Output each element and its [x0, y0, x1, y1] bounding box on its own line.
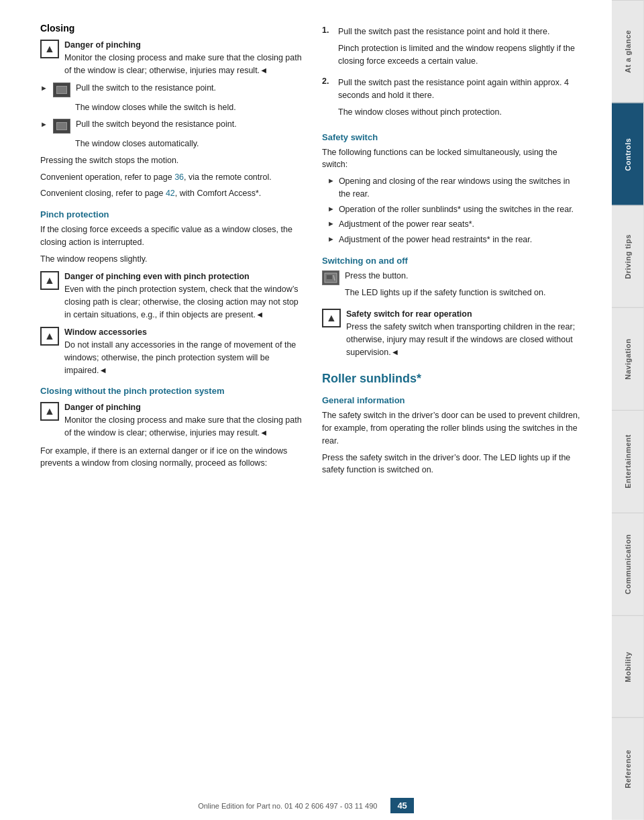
- warning-box-2: ▲ Danger of pinching even with pinch pro…: [40, 270, 302, 321]
- bullet-text-4: Adjustment of the power head restraints*…: [339, 234, 532, 246]
- bullet-text-1: Opening and closing of the rear windows …: [339, 175, 584, 201]
- general-para1: The safety switch in the driver’s door c…: [322, 409, 584, 447]
- switching-text: Press the button. The LED lights up if t…: [345, 270, 545, 303]
- sidebar: At a glance Controls Driving tips Naviga…: [612, 0, 644, 820]
- num-text-1: Pull the switch past the resistance poin…: [338, 25, 584, 71]
- bullet-arrow-3: ►: [327, 219, 335, 227]
- warning-text-5: Safety switch for rear operation Press t…: [346, 308, 584, 358]
- switch-icon-2: [53, 119, 70, 134]
- page-number: 45: [390, 798, 413, 813]
- warning-text-4: Danger of pinching Monitor the closing p…: [64, 401, 302, 439]
- num-2: 2.: [322, 76, 333, 86]
- pinch-title: Pinch protection: [40, 209, 302, 219]
- action-item-1: ► Pull the switch to the resistance poin…: [40, 82, 302, 97]
- danger-icon-4: ▲: [40, 402, 59, 421]
- safety-para: The following functions can be locked si…: [322, 146, 584, 172]
- warning-text-1: Danger of pinching Monitor the closing p…: [64, 39, 302, 76]
- sidebar-tab-mobility[interactable]: Mobility: [612, 615, 644, 718]
- danger-icon-3: ▲: [40, 327, 59, 346]
- num-text-2: Pull the switch past the resistance poin…: [338, 76, 584, 122]
- para2: Convenient operation, refer to page 36, …: [40, 171, 302, 184]
- danger-icon-5: ▲: [322, 309, 341, 327]
- danger-icon-2: ▲: [40, 271, 59, 290]
- numbered-item-2: 2. Pull the switch past the resistance p…: [322, 76, 584, 122]
- bullet-3: ► Adjustment of the power rear seats*.: [327, 218, 584, 231]
- arrow-icon-1: ►: [40, 84, 48, 92]
- numbered-item-1: 1. Pull the switch past the resistance p…: [322, 25, 584, 71]
- page-footer: Online Edition for Part no. 01 40 2 606 …: [0, 798, 612, 813]
- arrow-icon-2: ►: [40, 120, 48, 128]
- sidebar-tab-entertainment[interactable]: Entertainment: [612, 410, 644, 513]
- action1-sub: The window closes while the switch is he…: [75, 101, 302, 114]
- bullet-arrow-2: ►: [327, 205, 335, 213]
- para3: Convenient closing, refer to page 42, wi…: [40, 187, 302, 200]
- general-para2: Press the safety switch in the driver’s …: [322, 452, 584, 477]
- sidebar-tab-driving-tips[interactable]: Driving tips: [612, 205, 644, 308]
- bullet-1: ► Opening and closing of the rear window…: [327, 175, 584, 201]
- switching-title: Switching on and off: [322, 256, 584, 266]
- bullet-text-3: Adjustment of the power rear seats*.: [339, 218, 474, 231]
- roller-title: Roller sunblinds*: [322, 372, 584, 386]
- closing-para: For example, if there is an external dan…: [40, 445, 302, 470]
- footer-text: Online Edition for Part no. 01 40 2 606 …: [198, 802, 377, 810]
- para1: Pressing the switch stops the motion.: [40, 154, 302, 167]
- main-content: Closing ▲ Danger of pinching Monitor the…: [0, 0, 612, 820]
- num-1: 1.: [322, 25, 333, 35]
- action-item-2: ► Pull the switch beyond the resistance …: [40, 118, 302, 134]
- link-36[interactable]: 36: [174, 172, 184, 182]
- main-title: Closing: [40, 23, 302, 34]
- sidebar-tab-navigation[interactable]: Navigation: [612, 307, 644, 410]
- action-text-2: Pull the switch beyond the resistance po…: [76, 118, 237, 131]
- closing-no-pinch-title: Closing without the pinch protection sys…: [40, 386, 302, 396]
- danger-icon-1: ▲: [40, 40, 59, 58]
- bullet-2: ► Operation of the roller sunblinds* usi…: [327, 203, 584, 216]
- link-42[interactable]: 42: [166, 189, 175, 198]
- sidebar-tab-communication[interactable]: Communication: [612, 513, 644, 615]
- bullet-4: ► Adjustment of the power head restraint…: [327, 234, 584, 246]
- warning-box-1: ▲ Danger of pinching Monitor the closing…: [40, 39, 302, 76]
- page-container: Closing ▲ Danger of pinching Monitor the…: [0, 0, 644, 820]
- pinch-para2: The window reopens slightly.: [40, 253, 302, 266]
- general-info-title: General information: [322, 395, 584, 405]
- action2-sub: The window closes automatically.: [75, 138, 302, 150]
- left-column: Closing ▲ Danger of pinching Monitor the…: [40, 20, 302, 793]
- right-column: 1. Pull the switch past the resistance p…: [322, 20, 584, 793]
- bullet-text-2: Operation of the roller sunblinds* using…: [339, 203, 574, 216]
- warning-box-5: ▲ Safety switch for rear operation Press…: [322, 308, 584, 358]
- action-text-1: Pull the switch to the resistance point.: [76, 82, 216, 95]
- bullet-arrow-1: ►: [327, 176, 335, 185]
- warning-text-2: Danger of pinching even with pinch prote…: [64, 270, 302, 321]
- warning-box-4: ▲ Danger of pinching Monitor the closing…: [40, 401, 302, 439]
- sidebar-tab-reference[interactable]: Reference: [612, 717, 644, 820]
- svg-rect-1: [327, 275, 332, 279]
- switch-icon-1: [53, 83, 70, 97]
- pinch-para1: If the closing force exceeds a specific …: [40, 223, 302, 249]
- sidebar-tab-at-a-glance[interactable]: At a glance: [612, 0, 644, 103]
- warning-box-3: ▲ Window accessories Do not install any …: [40, 326, 302, 376]
- switching-action-item: Press the button. The LED lights up if t…: [322, 270, 584, 303]
- bullet-arrow-4: ►: [327, 235, 335, 243]
- safety-switch-icon: [322, 270, 339, 285]
- warning-text-3: Window accessories Do not install any ac…: [64, 326, 302, 376]
- safety-title: Safety switch: [322, 132, 584, 142]
- sidebar-tab-controls[interactable]: Controls: [612, 103, 644, 205]
